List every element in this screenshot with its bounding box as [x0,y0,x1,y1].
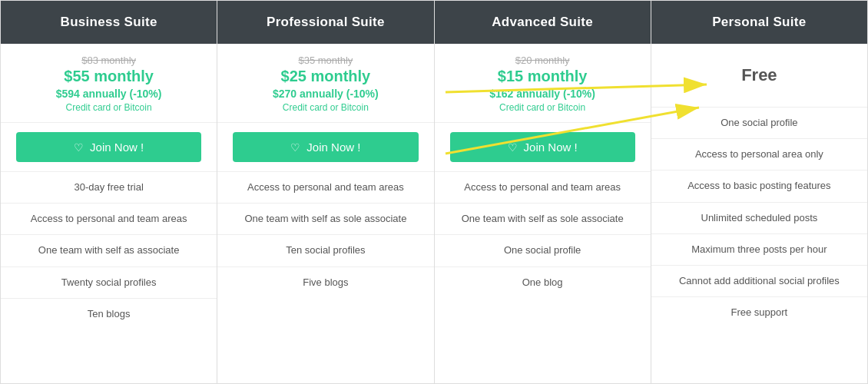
plan-payment-professional: Credit card or Bitcoin [225,102,426,113]
feature-item: Cannot add additional social profiles [651,266,867,297]
plan-join-box-professional: ♡Join Now ! [217,123,433,172]
feature-item: Ten blogs [1,299,217,329]
plan-current-price-professional: $25 monthly [225,68,426,85]
plan-price-box-professional: $35 monthly$25 monthly$270 annually (-10… [217,44,433,123]
feature-item: Access to personal and team areas [217,172,433,204]
feature-item: Unlimited scheduled posts [651,203,867,234]
plan-current-price-advanced: $15 monthly [442,68,643,85]
feature-item: Maximum three posts per hour [651,234,867,266]
plan-advanced: Advanced Suite$20 monthly$15 monthly$162… [435,1,651,383]
plan-annual-price-professional: $270 annually (-10%) [225,88,426,100]
heart-icon: ♡ [290,141,300,154]
pricing-table: Business Suite$83 monthly$55 monthly$594… [0,0,868,384]
plan-header-business: Business Suite [1,1,217,44]
feature-item: Free support [651,297,867,328]
plan-join-box-advanced: ♡Join Now ! [435,123,651,172]
plan-original-price-business: $83 monthly [8,55,209,66]
feature-item: Access to personal and team areas [1,204,217,235]
feature-item: One team with self as associate [1,235,217,266]
feature-item: Access to personal area only [651,139,867,170]
feature-item: One team with self as sole associate [435,204,651,235]
plan-annual-price-advanced: $162 annually (-10%) [442,88,643,100]
plan-business: Business Suite$83 monthly$55 monthly$594… [1,1,217,383]
plan-original-price-professional: $35 monthly [225,55,426,66]
plan-personal: Personal SuiteFreeOne social profileAcce… [651,1,867,383]
plan-free-price-personal: Free [651,44,867,108]
feature-item: One social profile [651,108,867,139]
plan-header-personal: Personal Suite [651,1,867,44]
feature-item: Access to basic posting features [651,170,867,202]
feature-item: One social profile [435,235,651,266]
join-button-business[interactable]: ♡Join Now ! [16,132,201,162]
plan-professional: Professional Suite$35 monthly$25 monthly… [217,1,434,383]
feature-item: Ten social profiles [217,235,433,266]
plan-annual-price-business: $594 annually (-10%) [8,88,209,100]
plan-original-price-advanced: $20 monthly [442,55,643,66]
plan-join-box-business: ♡Join Now ! [1,123,217,172]
join-button-advanced[interactable]: ♡Join Now ! [450,132,635,162]
feature-item: One blog [435,267,651,298]
feature-item: Twenty social profiles [1,267,217,299]
join-button-label-advanced: Join Now ! [524,141,578,154]
plan-payment-business: Credit card or Bitcoin [8,102,209,113]
plan-payment-advanced: Credit card or Bitcoin [442,102,643,113]
plan-current-price-business: $55 monthly [8,68,209,85]
plan-price-box-business: $83 monthly$55 monthly$594 annually (-10… [1,44,217,123]
join-button-label-business: Join Now ! [90,141,144,154]
plan-price-box-advanced: $20 monthly$15 monthly$162 annually (-10… [435,44,651,123]
heart-icon: ♡ [508,141,518,154]
feature-item: One team with self as sole associate [217,204,433,235]
plan-header-advanced: Advanced Suite [435,1,651,44]
plan-header-professional: Professional Suite [217,1,433,44]
join-button-professional[interactable]: ♡Join Now ! [233,132,418,162]
feature-item: 30-day free trial [1,172,217,204]
join-button-label-professional: Join Now ! [306,141,360,154]
feature-item: Five blogs [217,267,433,298]
feature-item: Access to personal and team areas [435,172,651,204]
heart-icon: ♡ [74,141,84,154]
